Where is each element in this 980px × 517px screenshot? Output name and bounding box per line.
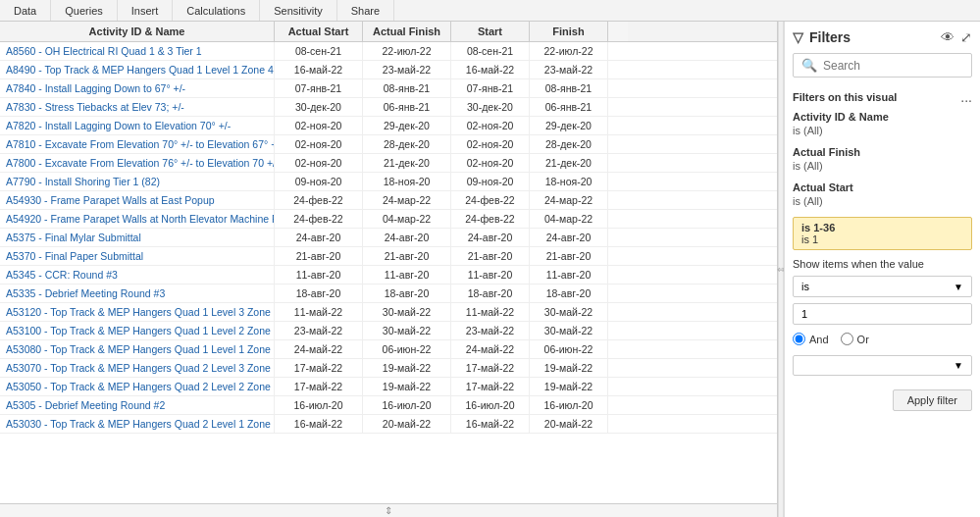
resize-handle-bottom[interactable]: ⇕ — [0, 503, 777, 517]
cell-actual-finish: 20-май-22 — [363, 415, 451, 433]
table-row[interactable]: A7830 - Stress Tiebacks at Elev 73; +/- … — [0, 98, 777, 117]
tab-data[interactable]: Data — [0, 0, 51, 21]
cell-scroll — [608, 415, 628, 433]
cell-actual-finish: 19-май-22 — [363, 378, 451, 395]
apply-filter-button[interactable]: Apply filter — [893, 389, 972, 411]
cell-scroll — [608, 266, 628, 284]
table-row[interactable]: A5305 - Debrief Meeting Round #2 16-июл-… — [0, 396, 777, 415]
tab-sensitivity[interactable]: Sensitivity — [260, 0, 337, 21]
table-row[interactable]: A5375 - Final Mylar Submittal 24-авг-20 … — [0, 229, 777, 247]
table-row[interactable]: A53070 - Top Track & MEP Hangers Quad 2 … — [0, 359, 777, 378]
cell-start: 23-май-22 — [451, 322, 530, 339]
cell-start: 16-май-22 — [451, 415, 530, 433]
condition-operator-dropdown[interactable]: is ▼ — [793, 276, 972, 297]
radio-and-input[interactable] — [793, 333, 805, 345]
cell-start: 16-июл-20 — [451, 396, 530, 414]
table-row[interactable]: A5345 - CCR: Round #3 11-авг-20 11-авг-2… — [0, 266, 777, 284]
cell-scroll — [608, 303, 628, 321]
tab-share[interactable]: Share — [337, 0, 394, 21]
cell-scroll — [608, 135, 628, 153]
cell-start: 24-авг-20 — [451, 229, 530, 246]
condition-value-input[interactable] — [793, 303, 972, 325]
cell-name: A7800 - Excavate From Elevation 76° +/- … — [0, 154, 275, 172]
cell-actual-start: 21-авг-20 — [275, 247, 363, 265]
filters-on-this-visual-label: Filters on this visual — [793, 91, 897, 103]
cell-start: 11-авг-20 — [451, 266, 530, 284]
search-box[interactable]: 🔍 — [793, 53, 972, 78]
tab-calculations[interactable]: Calculations — [173, 0, 260, 21]
cell-actual-start: 30-дек-20 — [275, 98, 363, 116]
col-header-finish[interactable]: Finish — [530, 22, 608, 41]
second-condition-dropdown[interactable]: ▼ — [793, 355, 972, 376]
cell-name: A7840 - Install Lagging Down to 67° +/- — [0, 79, 275, 97]
table-row[interactable]: A53050 - Top Track & MEP Hangers Quad 2 … — [0, 378, 777, 396]
col-header-start[interactable]: Start — [451, 22, 530, 41]
table-row[interactable]: A53030 - Top Track & MEP Hangers Quad 2 … — [0, 415, 777, 434]
tab-insert[interactable]: Insert — [118, 0, 174, 21]
cell-name: A53080 - Top Track & MEP Hangers Quad 1 … — [0, 340, 275, 358]
cell-actual-finish: 19-май-22 — [363, 359, 451, 377]
cell-actual-start: 16-май-22 — [275, 61, 363, 78]
col-header-actual-finish[interactable]: Actual Finish — [363, 22, 451, 41]
filters-menu-dots[interactable]: ... — [960, 89, 972, 105]
cell-actual-finish: 29-дек-20 — [363, 117, 451, 134]
table-body[interactable]: A8560 - OH Electrical RI Quad 1 & 3 Tier… — [0, 42, 777, 503]
cell-start: 02-ноя-20 — [451, 117, 530, 134]
table-row[interactable]: A5335 - Debrief Meeting Round #3 18-авг-… — [0, 284, 777, 303]
cell-finish: 04-мар-22 — [530, 210, 608, 228]
search-input[interactable] — [823, 59, 970, 73]
cell-finish: 20-май-22 — [530, 415, 608, 433]
cell-finish: 06-июн-22 — [530, 340, 608, 358]
filter2-value[interactable]: is (All) — [793, 160, 972, 172]
eye-icon[interactable]: 👁 — [941, 29, 954, 45]
filter1-value[interactable]: is (All) — [793, 125, 972, 136]
cell-start: 17-май-22 — [451, 378, 530, 395]
cell-start: 07-янв-21 — [451, 79, 530, 97]
cell-name: A53120 - Top Track & MEP Hangers Quad 1 … — [0, 303, 275, 321]
expand-icon[interactable]: ⤢ — [960, 29, 972, 45]
table-row[interactable]: A53080 - Top Track & MEP Hangers Quad 1 … — [0, 340, 777, 359]
table-row[interactable]: A7840 - Install Lagging Down to 67° +/- … — [0, 79, 777, 98]
table-row[interactable]: A7820 - Install Lagging Down to Elevatio… — [0, 117, 777, 135]
table-row[interactable]: A5370 - Final Paper Submittal 21-авг-20 … — [0, 247, 777, 266]
col-header-actual-start[interactable]: Actual Start — [275, 22, 363, 41]
table-row[interactable]: A8560 - OH Electrical RI Quad 1 & 3 Tier… — [0, 42, 777, 61]
cell-name: A5375 - Final Mylar Submittal — [0, 229, 275, 246]
cell-scroll — [608, 61, 628, 78]
cell-actual-finish: 06-июн-22 — [363, 340, 451, 358]
cell-finish: 24-авг-20 — [530, 229, 608, 246]
table-row[interactable]: A7800 - Excavate From Elevation 76° +/- … — [0, 154, 777, 173]
cell-actual-start: 24-май-22 — [275, 340, 363, 358]
radio-and-label: And — [809, 334, 829, 345]
cell-actual-start: 02-ноя-20 — [275, 135, 363, 153]
cell-actual-finish: 18-авг-20 — [363, 284, 451, 302]
filter3-title[interactable]: Actual Start — [793, 181, 972, 193]
cell-scroll — [608, 98, 628, 116]
tab-queries[interactable]: Queries — [51, 0, 118, 21]
cell-actual-finish: 16-июл-20 — [363, 396, 451, 414]
radio-and[interactable]: And — [793, 333, 829, 345]
cell-finish: 29-дек-20 — [530, 117, 608, 134]
radio-or[interactable]: Or — [841, 333, 869, 345]
filter1-title[interactable]: Activity ID & Name — [793, 111, 972, 123]
filter3-value[interactable]: is (All) — [793, 195, 972, 207]
cell-start: 24-май-22 — [451, 340, 530, 358]
filters-title: ▽ Filters — [793, 29, 851, 45]
cell-finish: 08-янв-21 — [530, 79, 608, 97]
table-row[interactable]: A7790 - Install Shoring Tier 1 (82) 09-н… — [0, 173, 777, 191]
table-row[interactable]: A7810 - Excavate From Elevation 70° +/- … — [0, 135, 777, 154]
cell-actual-finish: 21-авг-20 — [363, 247, 451, 265]
cell-actual-finish: 28-дек-20 — [363, 135, 451, 153]
table-row[interactable]: A8490 - Top Track & MEP Hangers Quad 1 L… — [0, 61, 777, 79]
cell-actual-start: 02-ноя-20 — [275, 117, 363, 134]
cell-name: A5345 - CCR: Round #3 — [0, 266, 275, 284]
table-row[interactable]: A53100 - Top Track & MEP Hangers Quad 1 … — [0, 322, 777, 340]
radio-or-input[interactable] — [841, 333, 853, 345]
table-row[interactable]: A53120 - Top Track & MEP Hangers Quad 1 … — [0, 303, 777, 322]
filter2-title[interactable]: Actual Finish — [793, 146, 972, 158]
col-header-name[interactable]: Activity ID & Name — [0, 22, 275, 41]
table-row[interactable]: A54920 - Frame Parapet Walls at North El… — [0, 210, 777, 229]
ribbon-tabs: Data Queries Insert Calculations Sensiti… — [0, 0, 980, 22]
cell-actual-start: 02-ноя-20 — [275, 154, 363, 172]
table-row[interactable]: A54930 - Frame Parapet Walls at East Pop… — [0, 191, 777, 210]
